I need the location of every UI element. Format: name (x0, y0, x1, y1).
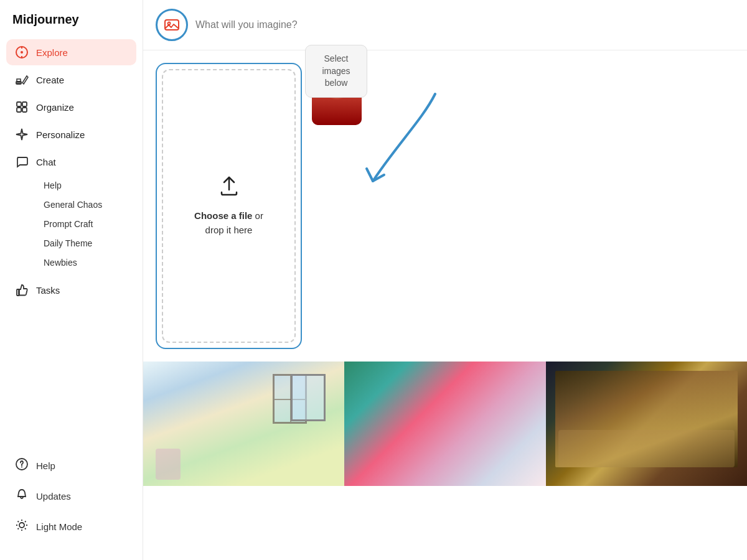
sidebar: Midjourney Explore (0, 0, 143, 560)
svg-line-22 (25, 528, 26, 530)
upload-section: Choose a file or drop it here (143, 50, 747, 362)
sidebar-item-newbies[interactable]: Newbies (35, 253, 130, 272)
gallery-item-2[interactable] (344, 362, 545, 486)
sidebar-item-daily-theme[interactable]: Daily Theme (35, 234, 130, 253)
personalize-label: Personalize (36, 129, 85, 140)
svg-line-24 (18, 528, 19, 530)
svg-line-21 (18, 521, 19, 523)
sidebar-item-explore[interactable]: Explore (6, 39, 136, 65)
sidebar-bottom: Help Updates (0, 445, 143, 548)
content-area: Choose a file or drop it here (143, 50, 747, 560)
pencil-ruler-icon (15, 73, 29, 86)
updates-label: Updates (36, 491, 71, 502)
svg-line-23 (25, 521, 26, 523)
organize-label: Organize (36, 102, 74, 113)
help-bottom-label: Help (36, 460, 55, 471)
sidebar-item-help[interactable]: Help (35, 176, 130, 195)
svg-rect-13 (17, 289, 19, 296)
svg-point-16 (19, 523, 24, 528)
svg-point-15 (21, 467, 22, 468)
svg-rect-25 (165, 20, 179, 30)
svg-rect-11 (17, 108, 21, 112)
svg-point-26 (168, 22, 171, 25)
gallery-item-1[interactable] (143, 362, 344, 486)
sidebar-item-general-chaos[interactable]: General Chaos (35, 195, 130, 214)
svg-rect-10 (22, 102, 27, 106)
main-content: Select images below Choose a file (143, 0, 747, 560)
sidebar-item-chat[interactable]: Chat (6, 149, 136, 175)
app-logo: Midjourney (0, 12, 143, 39)
gallery-painting-1 (143, 362, 344, 486)
svg-point-1 (21, 51, 23, 54)
gallery-item-3[interactable] (546, 362, 747, 486)
choose-file-label[interactable]: Choose a file (194, 210, 252, 221)
tasks-label: Tasks (36, 285, 60, 296)
upload-icon (218, 175, 240, 202)
sidebar-item-organize[interactable]: Organize (6, 94, 136, 120)
bottom-item-light-mode[interactable]: Light Mode (6, 512, 136, 541)
topbar: Select images below (143, 0, 747, 50)
chat-subnav: Help General Chaos Prompt Craft Daily Th… (6, 176, 136, 272)
chat-bubble-icon (15, 155, 29, 169)
gallery-painting-3 (546, 362, 747, 486)
prompt-input[interactable] (195, 19, 735, 30)
sidebar-item-tasks[interactable]: Tasks (6, 277, 136, 303)
svg-rect-12 (22, 108, 27, 112)
create-label: Create (36, 75, 64, 85)
svg-rect-9 (17, 102, 21, 106)
gallery-row (143, 362, 747, 486)
sidebar-item-personalize[interactable]: Personalize (6, 121, 136, 147)
upload-text: Choose a file or drop it here (194, 209, 263, 237)
compass-icon (15, 45, 29, 59)
upload-dropzone[interactable]: Choose a file or drop it here (156, 63, 302, 349)
bottom-item-updates[interactable]: Updates (6, 482, 136, 511)
arrow-annotation (360, 82, 460, 206)
select-images-tooltip: Select images below (305, 45, 367, 98)
question-circle-icon (15, 457, 29, 474)
upload-dropzone-inner: Choose a file or drop it here (162, 69, 296, 343)
light-mode-label: Light Mode (36, 521, 82, 532)
grid-icon (15, 100, 29, 114)
image-reference-button[interactable] (156, 9, 188, 41)
sidebar-item-prompt-craft[interactable]: Prompt Craft (35, 215, 130, 233)
explore-label: Explore (36, 47, 68, 58)
drop-here-label: drop it here (205, 225, 253, 235)
svg-rect-8 (17, 79, 21, 82)
thumbs-up-icon (15, 283, 29, 297)
chat-label: Chat (36, 157, 56, 167)
gallery-painting-2 (344, 362, 545, 486)
bottom-item-help[interactable]: Help (6, 451, 136, 480)
drop-label: or (255, 210, 263, 221)
sun-icon (15, 518, 29, 535)
sparkle-icon (15, 128, 29, 141)
sidebar-item-create[interactable]: Create (6, 67, 136, 93)
sidebar-nav: Explore Create (0, 39, 143, 445)
bell-icon (15, 488, 29, 505)
